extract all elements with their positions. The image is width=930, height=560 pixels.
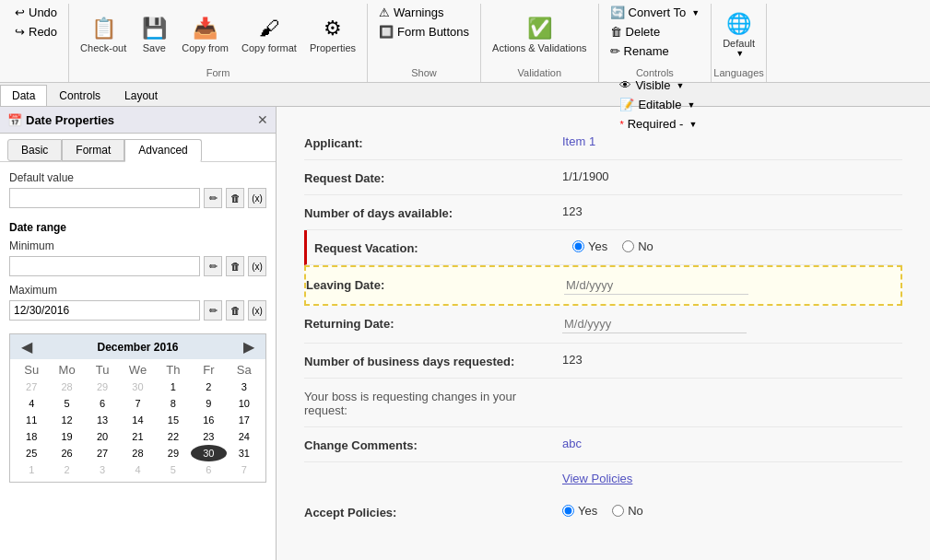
calendar-day[interactable]: 5: [156, 461, 191, 478]
returning-date-row: Returning Date:: [304, 306, 902, 344]
maximum-edit-btn[interactable]: ✏: [204, 300, 222, 321]
calendar-day[interactable]: 6: [85, 395, 120, 412]
panel-header: 📅 Date Properties ✕: [0, 107, 276, 134]
default-button[interactable]: 🌐 Default ▼: [717, 8, 760, 62]
save-button[interactable]: 💾 Save: [134, 13, 174, 57]
calendar-next-btn[interactable]: ▶: [240, 338, 258, 356]
tab-controls[interactable]: Controls: [47, 85, 112, 106]
calendar-day[interactable]: 7: [227, 461, 262, 478]
no-radio-label[interactable]: No: [622, 239, 653, 253]
calendar-day[interactable]: 29: [156, 445, 191, 461]
yes-radio-label[interactable]: Yes: [572, 239, 607, 253]
calendar-day[interactable]: 12: [49, 412, 84, 428]
applicant-value: Item 1: [562, 134, 902, 148]
minimum-delete-btn[interactable]: 🗑: [226, 256, 244, 276]
convert-to-button[interactable]: 🔄 Convert To ▼: [605, 4, 706, 21]
calendar-day[interactable]: 30: [120, 379, 155, 395]
calendar-day[interactable]: 18: [14, 428, 49, 445]
maximum-input[interactable]: [9, 300, 200, 321]
checkout-button[interactable]: 📋 Check-out: [75, 13, 132, 57]
calendar-prev-btn[interactable]: ◀: [18, 338, 36, 356]
editable-button[interactable]: 📝 Editable ▼: [614, 96, 702, 113]
calendar-day[interactable]: 22: [156, 428, 191, 445]
calendar-day[interactable]: 23: [191, 428, 226, 445]
view-policies-anchor[interactable]: View Policies: [562, 472, 632, 485]
accept-yes-radio[interactable]: [562, 505, 574, 517]
calendar-day[interactable]: 2: [49, 461, 84, 478]
calendar-day[interactable]: 9: [191, 395, 226, 412]
sub-tab-format[interactable]: Format: [62, 139, 124, 161]
sub-tab-advanced[interactable]: Advanced: [124, 139, 201, 162]
default-value-edit-btn[interactable]: ✏: [204, 188, 222, 208]
calendar-day[interactable]: 4: [14, 395, 49, 412]
sub-tab-basic[interactable]: Basic: [7, 139, 62, 161]
default-value-delete-btn[interactable]: 🗑: [226, 188, 244, 208]
calendar-day[interactable]: 26: [49, 445, 84, 461]
rename-button[interactable]: ✏ Rename: [605, 42, 706, 60]
request-vacation-radio-group: Yes No: [572, 239, 902, 253]
warnings-button[interactable]: ⚠ Warnings: [373, 4, 475, 21]
minimum-input[interactable]: [9, 256, 200, 276]
properties-button[interactable]: ⚙ Properties: [304, 13, 361, 57]
calendar-day[interactable]: 1: [156, 379, 191, 395]
calendar-day[interactable]: 13: [85, 412, 120, 428]
accept-no-radio[interactable]: [612, 505, 624, 517]
form-label: Form: [69, 67, 367, 78]
calendar-day[interactable]: 31: [227, 445, 262, 461]
calendar-day[interactable]: 4: [120, 461, 155, 478]
view-policies-link[interactable]: View Policies: [562, 472, 902, 485]
calendar-day[interactable]: 11: [14, 412, 49, 428]
calendar-day[interactable]: 28: [120, 445, 155, 461]
close-button[interactable]: ✕: [257, 112, 268, 127]
calendar-day[interactable]: 3: [227, 379, 262, 395]
calendar-day[interactable]: 29: [85, 379, 120, 395]
default-value-expr-btn[interactable]: (x): [248, 188, 266, 208]
calendar-day[interactable]: 19: [49, 428, 84, 445]
copy-from-button[interactable]: 📥 Copy from: [176, 13, 234, 57]
tab-layout[interactable]: Layout: [112, 85, 170, 106]
delete-button[interactable]: 🗑 Delete: [605, 23, 706, 41]
accept-no-label[interactable]: No: [612, 504, 643, 518]
yes-radio[interactable]: [572, 240, 584, 252]
calendar-day[interactable]: 27: [14, 379, 49, 395]
calendar-day[interactable]: 20: [85, 428, 120, 445]
minimum-edit-btn[interactable]: ✏: [204, 256, 222, 276]
calendar-day[interactable]: 3: [85, 461, 120, 478]
accept-yes-label[interactable]: Yes: [562, 504, 597, 518]
form-buttons-button[interactable]: 🔲 Form Buttons: [373, 23, 475, 41]
required-button[interactable]: * Required - ▼: [614, 115, 702, 133]
calendar-day[interactable]: 30: [191, 445, 226, 461]
visible-button[interactable]: 👁 Visible ▼: [614, 76, 702, 94]
day-header-tu: Tu: [85, 363, 120, 377]
calendar-day[interactable]: 15: [156, 412, 191, 428]
minimum-expr-btn[interactable]: (x): [248, 256, 266, 276]
change-comments-value: abc: [562, 437, 902, 450]
calendar-day[interactable]: 27: [85, 445, 120, 461]
no-radio[interactable]: [622, 240, 634, 252]
redo-button[interactable]: ↪ Redo: [9, 23, 63, 41]
calendar-day[interactable]: 6: [191, 461, 226, 478]
calendar-day[interactable]: 25: [14, 445, 49, 461]
returning-date-input[interactable]: [562, 315, 747, 333]
copy-format-button[interactable]: 🖌 Copy format: [236, 13, 302, 57]
maximum-delete-btn[interactable]: 🗑: [226, 300, 244, 321]
calendar-day[interactable]: 16: [191, 412, 226, 428]
tab-data[interactable]: Data: [0, 85, 47, 106]
calendar-day[interactable]: 14: [120, 412, 155, 428]
calendar-day[interactable]: 17: [227, 412, 262, 428]
undo-button[interactable]: ↩ Undo: [9, 4, 63, 21]
calendar-day[interactable]: 24: [227, 428, 262, 445]
days-available-row: Number of days available: 123: [304, 195, 902, 230]
calendar-day[interactable]: 8: [156, 395, 191, 412]
calendar-day[interactable]: 28: [49, 379, 84, 395]
calendar-day[interactable]: 2: [191, 379, 226, 395]
actions-validations-button[interactable]: ✅ Actions & Validations: [487, 13, 593, 57]
calendar-day[interactable]: 1: [14, 461, 49, 478]
calendar-day[interactable]: 7: [120, 395, 155, 412]
calendar-day[interactable]: 21: [120, 428, 155, 445]
leaving-date-input[interactable]: [564, 276, 748, 295]
calendar-day[interactable]: 5: [49, 395, 84, 412]
calendar-day[interactable]: 10: [227, 395, 262, 412]
default-value-input[interactable]: [9, 188, 200, 208]
maximum-expr-btn[interactable]: (x): [248, 300, 266, 321]
